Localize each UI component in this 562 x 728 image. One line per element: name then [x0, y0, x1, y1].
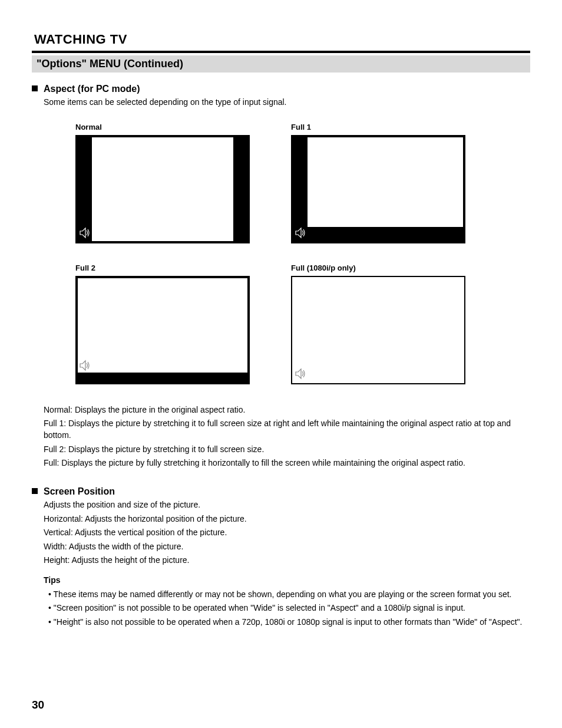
svg-marker-3 — [296, 369, 301, 378]
aspect-normal-screen — [75, 135, 250, 243]
screenpos-width: Width: Adjusts the width of the picture. — [44, 541, 530, 553]
aspect-note-0: Normal: Displays the picture in the orig… — [44, 404, 530, 416]
aspect-fullwide-caption: Full (1080i/p only) — [291, 263, 465, 272]
svg-marker-0 — [80, 228, 85, 238]
aspect-normal-caption: Normal — [75, 123, 250, 131]
screenpos-vertical: Vertical: Adjusts the vertical position … — [44, 527, 530, 539]
aspect-note-1: Full 1: Displays the picture by stretchi… — [44, 418, 530, 441]
aspect-fullwide-block: Full (1080i/p only) — [291, 263, 465, 384]
bullet-icon — [32, 85, 38, 91]
page-number: 30 — [32, 699, 44, 711]
speaker-icon — [295, 368, 306, 380]
aspect-heading: Aspect (for PC mode) — [44, 83, 530, 94]
aspect-illustrations: Normal Full 1 — [75, 123, 530, 384]
screenpos-intro: Adjusts the position and size of the pic… — [44, 499, 530, 511]
tip-2: "Height" is also not possible to be oper… — [54, 617, 523, 627]
aspect-note-2: Full 2: Displays the picture by stretchi… — [44, 444, 530, 456]
screenpos-heading: Screen Position — [44, 486, 530, 497]
tip-1: "Screen position" is not possible to be … — [54, 603, 465, 612]
aspect-normal-block: Normal — [75, 123, 250, 243]
aspect-full1-caption: Full 1 — [291, 123, 465, 131]
aspect-full2-screen — [75, 276, 250, 384]
aspect-full1-screen — [291, 135, 465, 243]
tip-0: These items may be named differently or … — [54, 589, 512, 599]
aspect-note-3: Full: Displays the picture by fully stre… — [44, 457, 530, 469]
speaker-icon — [295, 227, 306, 239]
aspect-intro: Some items can be selected depending on … — [44, 97, 530, 108]
screenpos-horizontal: Horizontal: Adjusts the horizontal posit… — [44, 513, 530, 525]
bullet-icon — [32, 488, 38, 494]
screenpos-height: Height: Adjusts the height of the pictur… — [44, 555, 530, 566]
svg-marker-2 — [80, 361, 85, 370]
svg-marker-1 — [296, 228, 301, 238]
subheader-bar: "Options" MENU (Continued) — [32, 55, 530, 73]
aspect-fullwide-screen — [291, 276, 465, 384]
aspect-full2-block: Full 2 — [75, 263, 250, 384]
aspect-full1-block: Full 1 — [291, 123, 465, 243]
speaker-icon — [79, 227, 91, 239]
aspect-full2-caption: Full 2 — [75, 263, 250, 272]
section-title: WATCHING TV — [34, 32, 530, 47]
speaker-icon — [79, 360, 91, 371]
tips-label: Tips — [44, 575, 530, 587]
divider-thick — [32, 51, 530, 53]
